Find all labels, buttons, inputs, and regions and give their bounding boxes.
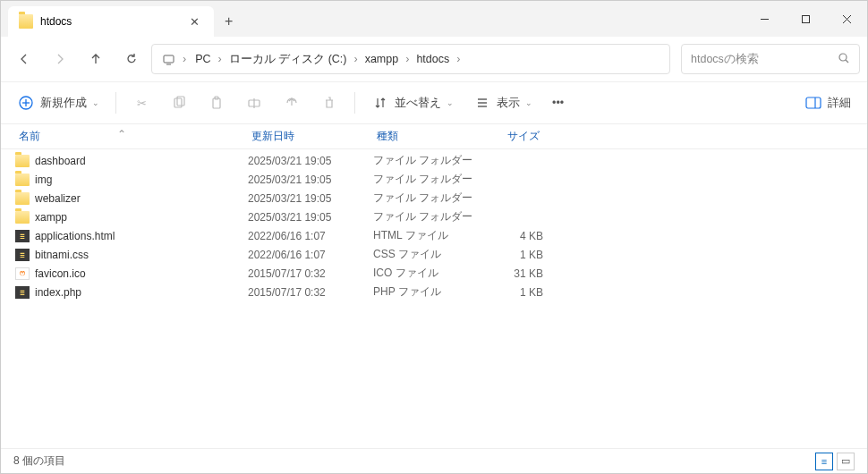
svg-rect-13: [213, 98, 220, 108]
file-name: favicon.ico: [35, 267, 86, 280]
folder-icon: [15, 174, 30, 186]
separator: [354, 92, 355, 114]
file-row[interactable]: ≡bitnami.css2022/06/16 1:07CSS ファイル1 KB: [1, 245, 867, 264]
file-date: 2022/06/16 1:07: [248, 230, 373, 242]
new-tab-button[interactable]: +: [214, 6, 243, 37]
tab-close-button[interactable]: ✕: [184, 13, 205, 30]
view-button[interactable]: 表示 ⌄: [466, 89, 540, 117]
paste-button[interactable]: [200, 89, 233, 117]
file-size: 31 KB: [481, 267, 543, 280]
folder-icon: [19, 14, 33, 29]
status-bar: 8 個の項目 ≡ ▭: [1, 448, 867, 473]
maximize-button[interactable]: [785, 1, 826, 37]
file-row[interactable]: webalizer2025/03/21 19:05ファイル フォルダー: [1, 189, 867, 207]
file-name: img: [35, 174, 52, 186]
details-view-button[interactable]: ≡: [815, 453, 833, 470]
column-type[interactable]: 種類: [373, 129, 481, 144]
file-type: ファイル フォルダー: [373, 153, 481, 168]
paste-icon: [208, 94, 226, 112]
file-name: bitnami.css: [35, 249, 89, 261]
pc-icon: [157, 48, 179, 70]
svg-rect-4: [164, 55, 174, 63]
column-date[interactable]: 更新日時: [248, 129, 373, 144]
code-file-icon: ≡: [15, 286, 30, 299]
share-icon: [283, 94, 301, 112]
chevron-right-icon[interactable]: ›: [181, 53, 188, 65]
file-size: 1 KB: [481, 286, 543, 299]
copy-icon: [170, 94, 188, 112]
minimize-button[interactable]: [744, 1, 785, 37]
trash-icon: [320, 94, 338, 112]
sort-indicator-icon: ⌃: [117, 128, 126, 140]
file-type: HTML ファイル: [373, 228, 481, 243]
delete-button[interactable]: [313, 89, 345, 117]
chevron-right-icon[interactable]: ›: [217, 53, 224, 65]
file-name: xampp: [35, 211, 67, 224]
svg-line-7: [846, 60, 848, 63]
copy-button[interactable]: [163, 89, 195, 117]
breadcrumb-item[interactable]: ローカル ディスク (C:): [224, 49, 353, 69]
file-type: CSS ファイル: [373, 247, 481, 262]
file-row[interactable]: ෆfavicon.ico2015/07/17 0:32ICO ファイル31 KB: [1, 264, 867, 283]
svg-point-6: [839, 54, 847, 61]
file-date: 2025/03/21 19:05: [248, 155, 373, 167]
sort-button[interactable]: 並べ替え ⌄: [364, 89, 461, 117]
separator: [115, 92, 116, 114]
close-button[interactable]: [826, 1, 867, 37]
file-name: index.php: [35, 286, 81, 299]
view-icon: [473, 94, 491, 112]
search-placeholder: htdocsの検索: [691, 52, 838, 67]
search-input[interactable]: htdocsの検索: [681, 44, 860, 74]
file-date: 2025/03/21 19:05: [248, 192, 373, 205]
chevron-down-icon: ⌄: [447, 98, 454, 107]
chevron-right-icon[interactable]: ›: [353, 53, 360, 65]
file-type: PHP ファイル: [373, 284, 481, 300]
up-button[interactable]: [80, 43, 112, 75]
file-date: 2025/03/21 19:05: [248, 211, 373, 224]
cut-button[interactable]: ✂: [125, 89, 157, 117]
navbar: › PC›ローカル ディスク (C:)›xampp›htdocs› htdocs…: [1, 37, 867, 81]
file-row[interactable]: dashboard2025/03/21 19:05ファイル フォルダー: [1, 151, 867, 170]
more-button[interactable]: •••: [545, 91, 571, 114]
window-controls: [744, 1, 867, 37]
cut-icon: ✂: [132, 94, 150, 112]
forward-button[interactable]: [44, 43, 76, 75]
breadcrumb-item[interactable]: htdocs: [411, 49, 455, 69]
svg-rect-20: [806, 97, 821, 108]
column-headers: 名前 ⌃ 更新日時 種類 サイズ: [1, 124, 867, 149]
file-row[interactable]: img2025/03/21 19:05ファイル フォルダー: [1, 170, 867, 189]
file-type: ICO ファイル: [373, 266, 481, 281]
details-pane-button[interactable]: 詳細: [797, 89, 858, 117]
file-row[interactable]: xampp2025/03/21 19:05ファイル フォルダー: [1, 207, 867, 226]
file-type: ファイル フォルダー: [373, 172, 481, 187]
titlebar: htdocs ✕ +: [1, 1, 867, 37]
file-name: applications.html: [35, 230, 115, 242]
thumbnails-view-button[interactable]: ▭: [837, 453, 855, 470]
column-name[interactable]: 名前: [15, 129, 248, 144]
rename-button[interactable]: [238, 89, 270, 117]
file-type: ファイル フォルダー: [373, 209, 481, 224]
ico-file-icon: ෆ: [15, 267, 30, 280]
chevron-down-icon: ⌄: [92, 98, 99, 107]
tab[interactable]: htdocs ✕: [8, 6, 214, 37]
file-list: dashboard2025/03/21 19:05ファイル フォルダーimg20…: [1, 149, 867, 448]
plus-circle-icon: [17, 94, 35, 112]
file-row[interactable]: ≡index.php2015/07/17 0:32PHP ファイル1 KB: [1, 283, 867, 301]
new-button[interactable]: 新規作成 ⌄: [10, 89, 106, 117]
column-size[interactable]: サイズ: [481, 129, 543, 144]
file-size: 4 KB: [481, 230, 543, 242]
chevron-right-icon[interactable]: ›: [455, 53, 462, 65]
sort-icon: [371, 94, 389, 112]
breadcrumb-item[interactable]: PC: [190, 49, 216, 69]
file-name: dashboard: [35, 155, 86, 167]
refresh-button[interactable]: [115, 43, 148, 75]
file-row[interactable]: ≡applications.html2022/06/16 1:07HTML ファ…: [1, 226, 867, 245]
breadcrumb-item[interactable]: xampp: [360, 49, 404, 69]
share-button[interactable]: [276, 89, 308, 117]
folder-icon: [15, 192, 30, 205]
chevron-down-icon: ⌄: [525, 98, 532, 107]
file-type: ファイル フォルダー: [373, 190, 481, 206]
back-button[interactable]: [8, 43, 40, 75]
address-bar[interactable]: › PC›ローカル ディスク (C:)›xampp›htdocs›: [151, 44, 670, 74]
search-icon: [838, 52, 850, 67]
